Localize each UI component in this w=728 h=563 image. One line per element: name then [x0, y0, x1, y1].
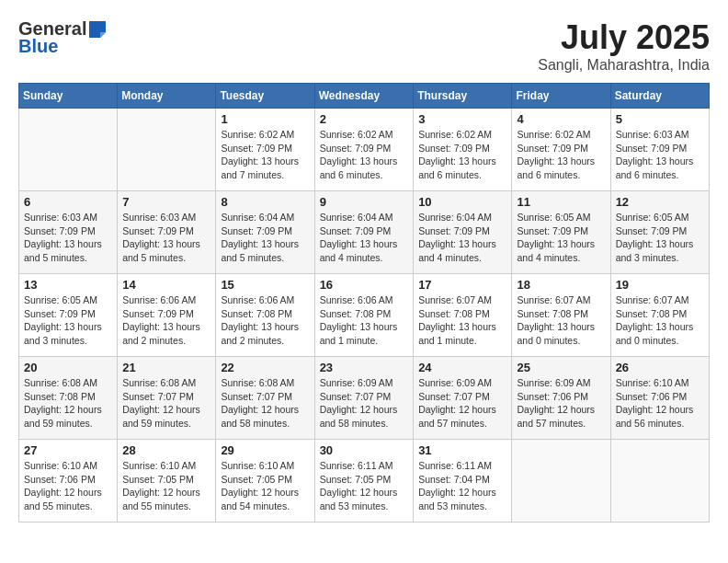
- calendar-day-cell: 29Sunrise: 6:10 AM Sunset: 7:05 PM Dayli…: [216, 440, 314, 523]
- svg-marker-0: [89, 21, 106, 38]
- day-info: Sunrise: 6:10 AM Sunset: 7:06 PM Dayligh…: [616, 376, 704, 431]
- day-number: 20: [24, 361, 112, 374]
- calendar-day-cell: 10Sunrise: 6:04 AM Sunset: 7:09 PM Dayli…: [414, 191, 512, 274]
- day-number: 3: [418, 112, 506, 126]
- calendar-day-cell: 8Sunrise: 6:04 AM Sunset: 7:09 PM Daylig…: [216, 191, 314, 274]
- day-info: Sunrise: 6:07 AM Sunset: 7:08 PM Dayligh…: [616, 293, 704, 348]
- day-number: 16: [320, 278, 409, 292]
- day-number: 1: [221, 112, 309, 126]
- calendar-week-row: 6Sunrise: 6:03 AM Sunset: 7:09 PM Daylig…: [19, 191, 710, 274]
- day-number: 30: [320, 443, 409, 457]
- calendar-day-cell: 15Sunrise: 6:06 AM Sunset: 7:08 PM Dayli…: [216, 274, 314, 357]
- day-number: 24: [418, 361, 506, 374]
- calendar-day-cell: 28Sunrise: 6:10 AM Sunset: 7:05 PM Dayli…: [118, 440, 216, 523]
- calendar-day-cell: 4Sunrise: 6:02 AM Sunset: 7:09 PM Daylig…: [512, 109, 610, 191]
- day-number: 4: [517, 112, 605, 126]
- calendar-day-cell: 23Sunrise: 6:09 AM Sunset: 7:07 PM Dayli…: [314, 357, 414, 440]
- day-info: Sunrise: 6:02 AM Sunset: 7:09 PM Dayligh…: [418, 128, 506, 182]
- calendar-week-row: 1Sunrise: 6:02 AM Sunset: 7:09 PM Daylig…: [19, 109, 710, 191]
- col-header-wednesday: Wednesday: [314, 84, 414, 109]
- calendar-day-cell: 24Sunrise: 6:09 AM Sunset: 7:07 PM Dayli…: [414, 357, 512, 440]
- col-header-sunday: Sunday: [19, 84, 118, 109]
- calendar-day-cell: 1Sunrise: 6:02 AM Sunset: 7:09 PM Daylig…: [216, 109, 314, 191]
- calendar-day-cell: [19, 109, 118, 191]
- day-number: 9: [320, 195, 409, 209]
- day-info: Sunrise: 6:04 AM Sunset: 7:09 PM Dayligh…: [221, 211, 309, 265]
- calendar-day-cell: 14Sunrise: 6:06 AM Sunset: 7:09 PM Dayli…: [118, 274, 216, 357]
- day-info: Sunrise: 6:06 AM Sunset: 7:08 PM Dayligh…: [221, 293, 309, 348]
- day-number: 17: [418, 278, 506, 292]
- calendar-day-cell: 6Sunrise: 6:03 AM Sunset: 7:09 PM Daylig…: [19, 191, 118, 274]
- calendar-day-cell: 18Sunrise: 6:07 AM Sunset: 7:08 PM Dayli…: [512, 274, 610, 357]
- day-info: Sunrise: 6:04 AM Sunset: 7:09 PM Dayligh…: [320, 211, 409, 265]
- day-info: Sunrise: 6:10 AM Sunset: 7:05 PM Dayligh…: [221, 459, 309, 513]
- day-info: Sunrise: 6:09 AM Sunset: 7:07 PM Dayligh…: [320, 376, 409, 431]
- day-info: Sunrise: 6:11 AM Sunset: 7:05 PM Dayligh…: [320, 459, 409, 513]
- logo-icon: [87, 19, 108, 40]
- calendar-week-row: 13Sunrise: 6:05 AM Sunset: 7:09 PM Dayli…: [19, 274, 710, 357]
- day-info: Sunrise: 6:10 AM Sunset: 7:06 PM Dayligh…: [24, 459, 112, 513]
- day-info: Sunrise: 6:04 AM Sunset: 7:09 PM Dayligh…: [418, 211, 506, 265]
- day-number: 29: [221, 443, 309, 457]
- day-info: Sunrise: 6:06 AM Sunset: 7:08 PM Dayligh…: [320, 293, 409, 348]
- day-info: Sunrise: 6:08 AM Sunset: 7:07 PM Dayligh…: [221, 376, 309, 431]
- day-number: 27: [24, 443, 112, 457]
- calendar-day-cell: 21Sunrise: 6:08 AM Sunset: 7:07 PM Dayli…: [118, 357, 216, 440]
- day-number: 13: [24, 278, 112, 292]
- calendar-day-cell: [512, 440, 610, 523]
- day-info: Sunrise: 6:08 AM Sunset: 7:08 PM Dayligh…: [24, 376, 112, 431]
- calendar-table: SundayMondayTuesdayWednesdayThursdayFrid…: [18, 83, 710, 523]
- day-info: Sunrise: 6:05 AM Sunset: 7:09 PM Dayligh…: [24, 293, 112, 348]
- day-info: Sunrise: 6:07 AM Sunset: 7:08 PM Dayligh…: [418, 293, 506, 348]
- day-info: Sunrise: 6:11 AM Sunset: 7:04 PM Dayligh…: [418, 459, 506, 513]
- svg-marker-1: [100, 32, 106, 38]
- calendar-day-cell: 13Sunrise: 6:05 AM Sunset: 7:09 PM Dayli…: [19, 274, 118, 357]
- day-info: Sunrise: 6:07 AM Sunset: 7:08 PM Dayligh…: [517, 293, 605, 348]
- calendar-day-cell: 11Sunrise: 6:05 AM Sunset: 7:09 PM Dayli…: [512, 191, 610, 274]
- day-info: Sunrise: 6:05 AM Sunset: 7:09 PM Dayligh…: [517, 211, 605, 265]
- calendar-day-cell: 26Sunrise: 6:10 AM Sunset: 7:06 PM Dayli…: [610, 357, 709, 440]
- day-info: Sunrise: 6:08 AM Sunset: 7:07 PM Dayligh…: [122, 376, 210, 431]
- location: Sangli, Maharashtra, India: [538, 57, 710, 74]
- day-number: 18: [517, 278, 605, 292]
- calendar-week-row: 20Sunrise: 6:08 AM Sunset: 7:08 PM Dayli…: [19, 357, 710, 440]
- day-info: Sunrise: 6:10 AM Sunset: 7:05 PM Dayligh…: [122, 459, 210, 513]
- calendar-day-cell: 27Sunrise: 6:10 AM Sunset: 7:06 PM Dayli…: [19, 440, 118, 523]
- calendar-day-cell: 17Sunrise: 6:07 AM Sunset: 7:08 PM Dayli…: [414, 274, 512, 357]
- day-number: 22: [221, 361, 309, 374]
- calendar-day-cell: 12Sunrise: 6:05 AM Sunset: 7:09 PM Dayli…: [610, 191, 709, 274]
- day-number: 14: [122, 278, 210, 292]
- calendar-day-cell: 31Sunrise: 6:11 AM Sunset: 7:04 PM Dayli…: [414, 440, 512, 523]
- calendar-day-cell: 16Sunrise: 6:06 AM Sunset: 7:08 PM Dayli…: [314, 274, 414, 357]
- day-info: Sunrise: 6:02 AM Sunset: 7:09 PM Dayligh…: [320, 128, 409, 182]
- calendar-day-cell: 2Sunrise: 6:02 AM Sunset: 7:09 PM Daylig…: [314, 109, 414, 191]
- page-header: General Blue July 2025 Sangli, Maharasht…: [18, 18, 710, 74]
- calendar-day-cell: 7Sunrise: 6:03 AM Sunset: 7:09 PM Daylig…: [118, 191, 216, 274]
- day-number: 5: [616, 112, 704, 126]
- col-header-saturday: Saturday: [610, 84, 709, 109]
- day-number: 10: [418, 195, 506, 209]
- day-info: Sunrise: 6:02 AM Sunset: 7:09 PM Dayligh…: [517, 128, 605, 182]
- day-info: Sunrise: 6:05 AM Sunset: 7:09 PM Dayligh…: [616, 211, 704, 265]
- day-number: 7: [122, 195, 210, 209]
- day-info: Sunrise: 6:02 AM Sunset: 7:09 PM Dayligh…: [221, 128, 309, 182]
- calendar-day-cell: [610, 440, 709, 523]
- calendar-day-cell: 3Sunrise: 6:02 AM Sunset: 7:09 PM Daylig…: [414, 109, 512, 191]
- calendar-day-cell: 22Sunrise: 6:08 AM Sunset: 7:07 PM Dayli…: [216, 357, 314, 440]
- day-info: Sunrise: 6:03 AM Sunset: 7:09 PM Dayligh…: [122, 211, 210, 265]
- calendar-day-cell: 20Sunrise: 6:08 AM Sunset: 7:08 PM Dayli…: [19, 357, 118, 440]
- calendar-day-cell: 9Sunrise: 6:04 AM Sunset: 7:09 PM Daylig…: [314, 191, 414, 274]
- logo: General Blue: [18, 18, 108, 57]
- day-number: 6: [24, 195, 112, 209]
- logo-blue-text: Blue: [18, 36, 58, 57]
- calendar-day-cell: 19Sunrise: 6:07 AM Sunset: 7:08 PM Dayli…: [610, 274, 709, 357]
- day-number: 21: [122, 361, 210, 374]
- day-info: Sunrise: 6:06 AM Sunset: 7:09 PM Dayligh…: [122, 293, 210, 348]
- col-header-monday: Monday: [118, 84, 216, 109]
- title-area: July 2025 Sangli, Maharashtra, India: [538, 18, 710, 74]
- day-number: 23: [320, 361, 409, 374]
- day-number: 8: [221, 195, 309, 209]
- calendar-day-cell: 25Sunrise: 6:09 AM Sunset: 7:06 PM Dayli…: [512, 357, 610, 440]
- calendar-header-row: SundayMondayTuesdayWednesdayThursdayFrid…: [19, 84, 710, 109]
- day-number: 26: [616, 361, 704, 374]
